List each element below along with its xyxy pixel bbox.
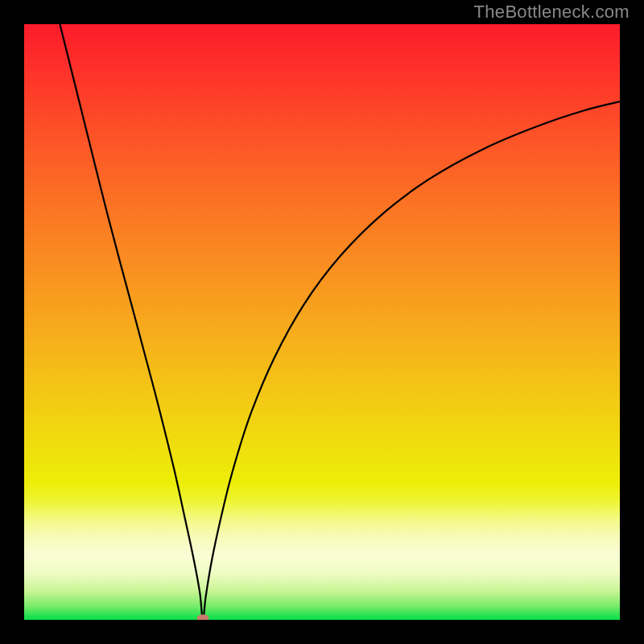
watermark-text: TheBottleneck.com xyxy=(474,2,630,23)
chart-svg xyxy=(24,24,620,620)
minimum-marker xyxy=(197,614,209,620)
plot-area xyxy=(24,24,620,620)
chart-container: TheBottleneck.com xyxy=(0,0,644,644)
series-curve xyxy=(60,24,620,620)
